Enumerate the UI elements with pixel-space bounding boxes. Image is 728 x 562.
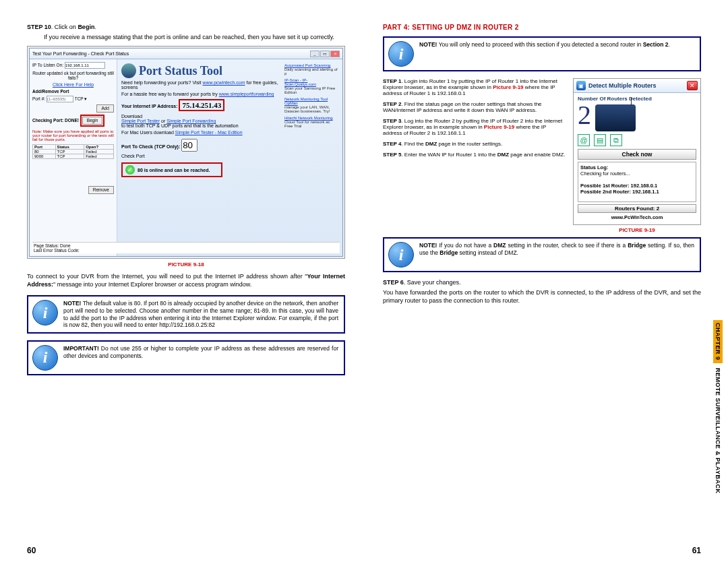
status-log-box: Status Log: Checking for routers... Poss… — [578, 162, 696, 202]
check-now-button[interactable]: Check now — [578, 149, 696, 160]
steps-column: STEP 1. Login into Router 1 by putting t… — [383, 78, 566, 233]
step-6-label: STEP 6 — [383, 279, 404, 286]
begin-button[interactable]: Begin — [82, 117, 103, 125]
your-ip-value: 75.14.251.43 — [179, 99, 224, 111]
port-table: PortStatusOpen? 80TCPFailed 9000TCPFaile… — [32, 144, 114, 159]
port-to-check-input[interactable] — [181, 139, 198, 152]
table-row[interactable]: 80TCPFailed — [33, 150, 114, 154]
detect-routers-window: ▣ Detect Multiple Routers ✕ Number Of Ro… — [573, 78, 701, 225]
maximize-button[interactable]: ▭ — [320, 51, 330, 57]
window-buttons: _ ▭ ✕ — [310, 51, 340, 57]
dmr-action-icons: @ ▤ ⧉ — [578, 134, 696, 146]
status-bar: Page Status: Done Last Error Status Code… — [117, 242, 340, 253]
picture-9-19-caption: PICTURE 9-19 — [573, 227, 701, 233]
info-icon: i — [32, 300, 58, 325]
minimize-button[interactable]: _ — [310, 51, 320, 57]
steps-and-picture: STEP 1. Login into Router 1 by putting t… — [383, 78, 701, 233]
page-61: PART 4: SETTING UP DMZ IN ROUTER 2 i NOT… — [364, 0, 728, 562]
remove-button[interactable]: Remove — [88, 186, 114, 194]
port-label: Port #: — [32, 96, 45, 101]
ads-column: Automated Port ScanningDaily scanning an… — [284, 63, 338, 177]
check-icon: ✓ — [125, 165, 135, 175]
picture-9-18-frame: Test Your Port Forwarding - Check Port S… — [27, 46, 345, 259]
step-label: STEP 10 — [27, 24, 51, 30]
checking-label: Checking Port: DONE! — [32, 118, 79, 123]
online-status-box: ✓ 80 is online and can be reached. — [121, 162, 222, 177]
online-msg: 80 is online and can be reached. — [138, 168, 210, 173]
spt-link[interactable]: Simple Port Tester — [121, 119, 160, 123]
dmr-subtitle: Number Of Routers Detected — [578, 96, 696, 102]
chapter-label: CHAPTER 9 — [713, 320, 723, 363]
page-60: STEP 10. Click on Begin. If you receive … — [0, 0, 364, 562]
port-status-window: Test Your Port Forwarding - Check Port S… — [29, 48, 343, 257]
dmr-title-text: Detect Multiple Routers — [588, 82, 684, 89]
note-important-255: i IMPORTANT! Do not use 255 or higher to… — [27, 340, 345, 375]
spf2-link[interactable]: Simple Port Forwarding — [166, 119, 216, 123]
spf-link[interactable]: www.simpleportforwarding — [219, 92, 274, 96]
picture-9-18-caption: PICTURE 9-18 — [27, 261, 345, 268]
ip-listen-label: IP To Listen On: — [32, 63, 63, 67]
ip-listen-input[interactable] — [65, 62, 105, 69]
step-10: STEP 10. Click on Begin. — [27, 24, 345, 30]
page-number-right: 61 — [692, 546, 701, 555]
connect-paragraph: To connect to your DVR from the Internet… — [27, 273, 345, 288]
copy-icon[interactable]: ⧉ — [610, 134, 622, 146]
info-icon: i — [388, 41, 414, 67]
your-ip-label: Your Internet IP Address: — [121, 104, 178, 108]
dmr-count-row: 2 — [578, 102, 696, 131]
at-icon[interactable]: @ — [578, 134, 590, 146]
right-panel: Port Status Tool Need help forwarding yo… — [117, 59, 342, 256]
chapter-title: REMOTE SURVEILLANCE & PLAYBACK — [713, 363, 723, 497]
left-panel: IP To Listen On: Router updated ok but p… — [30, 59, 117, 256]
port-status-title: Port Status Tool — [121, 63, 279, 78]
port-to-check-label: Port To Check (TCP Only): — [121, 144, 180, 149]
close-button[interactable]: ✕ — [330, 51, 340, 57]
begin-word: Begin — [78, 24, 94, 30]
port-input[interactable] — [47, 96, 73, 102]
dmr-titlebar: ▣ Detect Multiple Routers ✕ — [574, 79, 700, 93]
dmr-site-label: www.PcWinTech.com — [578, 213, 696, 222]
step-text: . Click on — [51, 24, 78, 30]
info-icon: i — [32, 345, 58, 371]
router-question: Router updated ok but port forwarding st… — [32, 71, 114, 80]
doc-icon[interactable]: ▤ — [594, 134, 606, 146]
window-title: Test Your Port Forwarding - Check Port S… — [32, 51, 129, 56]
closing-paragraph: You have forwarded the ports on the rout… — [383, 289, 701, 305]
routers-found-label: Routers Found: 2 — [578, 204, 696, 213]
globe-icon — [121, 63, 136, 78]
chapter-tab: CHAPTER 9 REMOTE SURVEILLANCE & PLAYBACK — [715, 320, 721, 496]
page-number-left: 60 — [27, 546, 36, 555]
add-remove-label: Add/Remove Port — [32, 89, 69, 94]
window-titlebar: Test Your Port Forwarding - Check Port S… — [30, 49, 342, 59]
check-port-button[interactable]: Check Port — [121, 154, 145, 158]
picture-9-19-column: ▣ Detect Multiple Routers ✕ Number Of Ro… — [573, 78, 701, 233]
help-link[interactable]: Click Here For Help — [53, 82, 94, 87]
router-image — [595, 104, 636, 131]
router-count: 2 — [578, 102, 591, 129]
note-dmz-bridge: i NOTE! If you do not have a DMZ setting… — [383, 237, 701, 272]
add-button[interactable]: Add — [96, 104, 114, 113]
router-tree-icon: ▣ — [576, 81, 586, 90]
left-note: Note: Make sure you have applied all por… — [32, 129, 114, 142]
pcwintech-link[interactable]: www.pcwintech.com — [203, 80, 245, 85]
info-icon: i — [388, 242, 414, 268]
note-second-router: i NOTE! You will only need to proceed wi… — [383, 36, 701, 71]
mac-link[interactable]: Simple Port Tester - Mac Edition — [175, 130, 243, 135]
note-default-port: i NOTE! The default value is 80. If port… — [27, 295, 345, 334]
step-10-sub: If you receive a message stating that th… — [44, 34, 345, 40]
close-button[interactable]: ✕ — [687, 81, 698, 90]
table-row[interactable]: 9000TCPFailed — [33, 154, 114, 159]
part-4-title: PART 4: SETTING UP DMZ IN ROUTER 2 — [383, 24, 701, 31]
